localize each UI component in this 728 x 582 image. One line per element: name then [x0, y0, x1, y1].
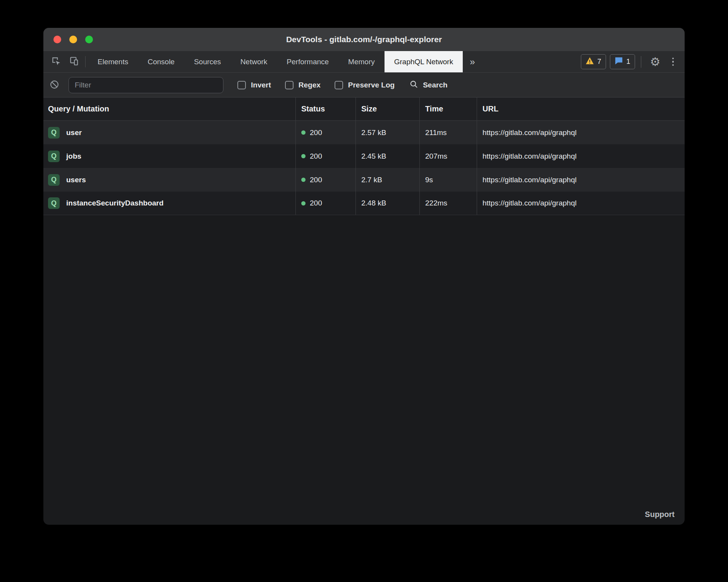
time-cell: 211ms [420, 121, 477, 144]
column-header-query-mutation[interactable]: Query / Mutation [43, 98, 296, 120]
issues-badge[interactable]: 1 [610, 54, 635, 69]
tab-network[interactable]: Network [231, 51, 277, 72]
toolbar-right: 7 1 ⚙ [581, 51, 685, 72]
status-cell: 200 [296, 168, 356, 192]
size-cell: 2.7 kB [356, 168, 420, 192]
preserve-log-checkbox-group[interactable]: Preserve Log [335, 81, 395, 89]
close-button[interactable] [53, 36, 61, 43]
table-row[interactable]: Q jobs 200 2.45 kB 207ms https://gitlab.… [43, 144, 685, 168]
status-ok-dot [301, 130, 306, 135]
regex-label: Regex [299, 81, 321, 89]
status-ok-dot [301, 178, 306, 182]
status-code: 200 [310, 152, 322, 161]
warning-count: 7 [598, 58, 601, 66]
search-label: Search [423, 81, 447, 89]
query-type-badge: Q [48, 197, 60, 209]
traffic-lights [53, 28, 93, 51]
clear-filter-button[interactable] [50, 80, 59, 91]
status-cell: 200 [296, 192, 356, 215]
regex-checkbox-group[interactable]: Regex [285, 81, 321, 89]
tab-graphql-network[interactable]: GraphQL Network [385, 51, 463, 72]
minimize-button[interactable] [69, 36, 77, 43]
settings-gear-icon[interactable]: ⚙ [647, 56, 664, 68]
support-link[interactable]: Support [645, 510, 675, 519]
device-toolbar-button[interactable] [65, 51, 83, 72]
column-header-size[interactable]: Size [356, 98, 420, 120]
size-cell: 2.48 kB [356, 192, 420, 215]
filter-input[interactable] [69, 77, 223, 93]
filter-bar: Invert Regex Preserve Log Search [43, 73, 685, 98]
url-cell: https://gitlab.com/api/graphql [477, 168, 685, 192]
invert-checkbox[interactable] [237, 81, 246, 89]
query-name-cell: Q users [43, 168, 296, 192]
time-cell: 9s [420, 168, 477, 192]
warning-icon [585, 57, 594, 67]
invert-label: Invert [251, 81, 271, 89]
warnings-badge[interactable]: 7 [581, 54, 606, 69]
time-cell: 222ms [420, 192, 477, 215]
panel-tabs: Elements Console Sources Network Perform… [88, 51, 463, 72]
query-type-badge: Q [48, 127, 60, 139]
more-tabs-button[interactable]: » [463, 51, 482, 72]
query-name: user [66, 128, 82, 137]
toolbar-right-separator [641, 56, 641, 68]
inspect-element-button[interactable] [47, 51, 65, 72]
devtools-window: DevTools - gitlab.com/-/graphql-explorer… [43, 28, 685, 525]
status-code: 200 [310, 199, 322, 207]
tab-sources[interactable]: Sources [184, 51, 231, 72]
url-cell: https://gitlab.com/api/graphql [477, 144, 685, 168]
url-cell: https://gitlab.com/api/graphql [477, 121, 685, 144]
table-row[interactable]: Q users 200 2.7 kB 9s https://gitlab.com… [43, 168, 685, 192]
window-title: DevTools - gitlab.com/-/graphql-explorer [286, 35, 442, 44]
size-cell: 2.57 kB [356, 121, 420, 144]
status-cell: 200 [296, 121, 356, 144]
block-icon [50, 80, 59, 91]
column-header-status[interactable]: Status [296, 98, 356, 120]
status-cell: 200 [296, 144, 356, 168]
size-cell: 2.45 kB [356, 144, 420, 168]
tab-elements[interactable]: Elements [88, 51, 138, 72]
kebab-menu-icon[interactable] [668, 58, 679, 66]
status-code: 200 [310, 128, 322, 137]
query-type-badge: Q [48, 151, 60, 162]
query-name: instanceSecurityDashboard [66, 199, 163, 207]
preserve-log-checkbox[interactable] [335, 81, 343, 89]
requests-table: Query / Mutation Status Size Time URL Q … [43, 98, 685, 215]
table-row[interactable]: Q instanceSecurityDashboard 200 2.48 kB … [43, 192, 685, 215]
titlebar: DevTools - gitlab.com/-/graphql-explorer [43, 28, 685, 51]
status-ok-dot [301, 201, 306, 205]
query-name-cell: Q user [43, 121, 296, 144]
inspect-cursor-icon [51, 56, 61, 67]
device-toolbar-icon [69, 56, 79, 67]
status-ok-dot [301, 154, 306, 158]
url-cell: https://gitlab.com/api/graphql [477, 192, 685, 215]
query-name: users [66, 176, 86, 184]
time-cell: 207ms [420, 144, 477, 168]
invert-checkbox-group[interactable]: Invert [237, 81, 271, 89]
regex-checkbox[interactable] [285, 81, 294, 89]
message-bubble-icon [615, 57, 623, 67]
column-header-time[interactable]: Time [420, 98, 477, 120]
search-toggle[interactable]: Search [409, 80, 447, 90]
table-header-row: Query / Mutation Status Size Time URL [43, 98, 685, 121]
column-header-url[interactable]: URL [477, 98, 685, 120]
query-name-cell: Q jobs [43, 144, 296, 168]
tab-performance[interactable]: Performance [277, 51, 338, 72]
devtools-toolbar: Elements Console Sources Network Perform… [43, 51, 685, 73]
issues-count: 1 [627, 58, 630, 66]
query-type-badge: Q [48, 174, 60, 186]
search-icon [409, 80, 418, 90]
status-code: 200 [310, 176, 322, 184]
tab-console[interactable]: Console [138, 51, 184, 72]
query-name: jobs [66, 152, 81, 161]
table-row[interactable]: Q user 200 2.57 kB 211ms https://gitlab.… [43, 121, 685, 144]
preserve-log-label: Preserve Log [348, 81, 395, 89]
query-name-cell: Q instanceSecurityDashboard [43, 192, 296, 215]
toolbar-separator [85, 56, 86, 67]
tab-memory[interactable]: Memory [338, 51, 385, 72]
zoom-button[interactable] [85, 36, 93, 43]
